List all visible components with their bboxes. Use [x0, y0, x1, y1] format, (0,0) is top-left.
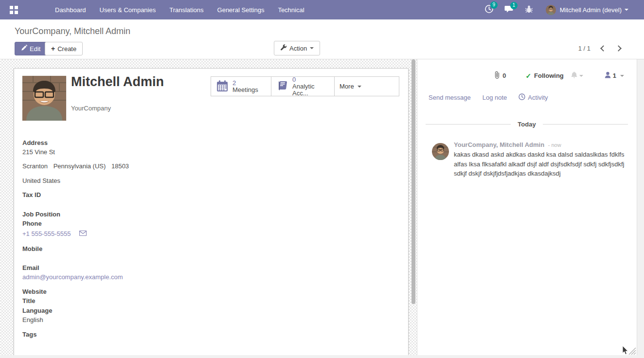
schedule-activity-button[interactable]: Activity [519, 93, 548, 102]
form-view-content: Mitchell Admin YourCompany 2 Meetings [0, 59, 644, 355]
more-label: More [340, 83, 354, 90]
clock-icon [519, 93, 528, 102]
record-company-link[interactable]: YourCompany [71, 105, 111, 112]
contact-photo[interactable] [22, 76, 66, 121]
city-value: Scranton [22, 162, 48, 170]
email-field-label: Email [22, 263, 39, 272]
chatter-message: YourCompany, Mitchell Admin - now kakas … [432, 141, 624, 179]
action-label: Action [289, 45, 307, 52]
stat-button-group: 2 Meetings 0 Analytic Acc... [211, 76, 399, 96]
sms-envelope-icon[interactable] [79, 230, 87, 237]
main-menu-bar: Dashboard Users & Companies Translations… [48, 1, 311, 19]
meetings-stat-button[interactable]: 2 Meetings [211, 76, 271, 96]
subscription-dropdown[interactable] [571, 71, 583, 80]
apps-menu-icon[interactable] [10, 6, 18, 14]
paperclip-icon [494, 71, 500, 80]
following-button[interactable]: ✓ Following [525, 72, 563, 80]
form-sheet: Mitchell Admin YourCompany 2 Meetings [14, 68, 409, 355]
analytic-label: Analytic Acc... [292, 83, 329, 97]
resize-grip-icon[interactable] [627, 346, 636, 357]
edit-button[interactable]: Edit [15, 42, 47, 55]
chevron-down-icon [358, 86, 361, 88]
pager: 1 / 1 [578, 45, 621, 52]
chevron-down-icon [310, 47, 314, 49]
street-value: 215 Vine St [22, 147, 55, 157]
zip-value: 18503 [111, 162, 129, 170]
user-icon [605, 72, 611, 80]
form-sheet-background: Mitchell Admin YourCompany 2 Meetings [0, 59, 417, 355]
plus-icon: + [51, 45, 55, 53]
menu-technical[interactable]: Technical [271, 1, 311, 19]
attachment-count: 0 [502, 72, 506, 79]
phone-link[interactable]: +1 555-555-5555 [22, 230, 71, 237]
chatter-actions: Send message Log note Activity [429, 93, 560, 102]
bug-icon [525, 5, 533, 15]
message-author-avatar [432, 143, 449, 160]
mobile-field-label: Mobile [22, 244, 42, 253]
check-icon: ✓ [525, 72, 531, 80]
pencil-icon [21, 45, 30, 53]
meetings-label: Meetings [233, 87, 258, 93]
edit-label: Edit [30, 45, 40, 53]
more-dropdown-button[interactable]: More [334, 76, 399, 96]
user-menu[interactable]: Mitchell Admin (devel) [546, 5, 628, 15]
follower-count: 1 [613, 72, 616, 79]
right-scrollbar-gutter[interactable] [637, 59, 644, 358]
activity-label: Activity [528, 94, 548, 101]
user-avatar [546, 5, 556, 15]
website-field-label: Website [22, 287, 47, 296]
email-link[interactable]: admin@yourcompany.example.com [22, 273, 123, 281]
send-message-button[interactable]: Send message [429, 94, 471, 101]
bottom-scrollbar-gutter [0, 355, 637, 358]
action-dropdown-button[interactable]: Action [274, 41, 320, 55]
create-button[interactable]: + Create [45, 42, 83, 55]
message-count-badge: 1 [510, 2, 518, 9]
language-field-label: Language [22, 306, 52, 315]
log-note-button[interactable]: Log note [483, 94, 507, 101]
control-panel: YourCompany, Mitchell Admin Edit + Creat… [0, 19, 644, 59]
pager-previous-icon[interactable] [600, 45, 607, 52]
address-field-label: Address [22, 138, 48, 147]
wrench-icon [280, 44, 289, 53]
navbar-systray: 9 1 Mitchell Admin (devel) [474, 4, 644, 15]
messages-button[interactable]: 1 [504, 5, 514, 15]
attachments-button[interactable]: 0 [494, 71, 506, 80]
state-value: Pennsylvania (US) [54, 162, 106, 170]
analytic-accounts-stat-button[interactable]: 0 Analytic Acc... [271, 76, 335, 96]
book-icon [276, 80, 288, 93]
chatter-toolbar: 0 ✓ Following 1 [494, 71, 624, 80]
analytic-count: 0 [292, 76, 329, 83]
date-separator: Today [426, 121, 628, 128]
chatter-panel: 0 ✓ Following 1 [417, 59, 637, 355]
odoo-backend-page: Dashboard Users & Companies Translations… [0, 0, 644, 358]
phone-field-label: Phone [22, 219, 42, 228]
breadcrumb: YourCompany, Mitchell Admin [15, 26, 130, 36]
message-timestamp: - now [548, 142, 561, 148]
message-author[interactable]: YourCompany, Mitchell Admin [454, 141, 544, 148]
menu-dashboard[interactable]: Dashboard [48, 1, 93, 19]
menu-users-companies[interactable]: Users & Companies [93, 1, 163, 19]
activity-count-badge: 9 [490, 1, 498, 9]
tags-field-label: Tags [22, 330, 36, 339]
chevron-down-icon [620, 75, 624, 77]
menu-general-settings[interactable]: General Settings [211, 1, 271, 19]
pager-count: 1 / 1 [578, 45, 590, 52]
form-scrollbar-thumb[interactable] [411, 59, 415, 304]
top-navbar: Dashboard Users & Companies Translations… [0, 0, 644, 19]
phone-row: +1 555-555-5555 [22, 229, 87, 238]
user-name: Mitchell Admin (devel) [560, 6, 622, 14]
tax-id-field-label: Tax ID [22, 190, 41, 199]
followers-dropdown[interactable]: 1 [605, 72, 624, 80]
title-field-label: Title [22, 296, 36, 305]
meetings-count: 2 [233, 80, 258, 87]
country-value: United States [22, 176, 60, 185]
record-name: Mitchell Admin [71, 74, 164, 90]
pager-next-icon[interactable] [615, 45, 622, 52]
city-state-zip-row: Scranton Pennsylvania (US) 18503 [22, 161, 129, 171]
create-label: Create [57, 45, 76, 53]
menu-translations[interactable]: Translations [162, 1, 210, 19]
chevron-down-icon [625, 9, 628, 11]
debug-button[interactable] [525, 5, 533, 15]
activities-button[interactable]: 9 [484, 4, 494, 15]
chevron-down-icon [579, 75, 583, 77]
